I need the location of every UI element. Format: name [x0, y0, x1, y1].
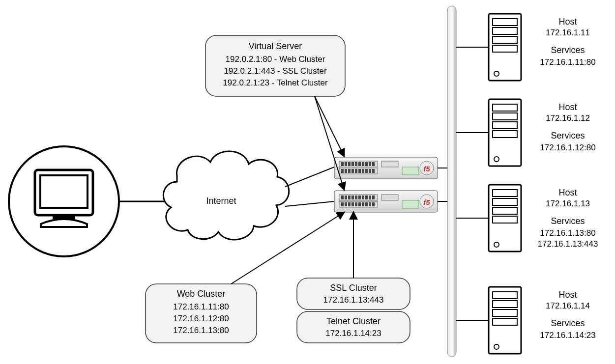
- svg-rect-17: [369, 162, 371, 166]
- svg-rect-9: [341, 162, 344, 166]
- svg-rect-39: [351, 196, 354, 199]
- svg-rect-36: [341, 196, 344, 199]
- svg-rect-2: [40, 175, 88, 208]
- svg-rect-79: [493, 104, 517, 111]
- svg-line-63: [315, 96, 344, 156]
- svg-rect-86: [493, 190, 517, 196]
- svg-rect-41: [358, 196, 361, 199]
- svg-rect-50: [355, 202, 357, 206]
- svg-rect-46: [341, 202, 344, 206]
- svg-rect-72: [493, 19, 517, 26]
- svg-rect-28: [372, 169, 375, 173]
- svg-point-97: [494, 344, 499, 349]
- host-service-line: 172.16.1.12:80: [540, 143, 595, 152]
- svg-rect-15: [362, 162, 364, 166]
- host-label: Host: [558, 188, 577, 197]
- svg-rect-27: [369, 169, 371, 173]
- svg-rect-10: [345, 162, 347, 166]
- web-cluster-title: Web Cluster: [177, 289, 226, 299]
- svg-rect-14: [358, 162, 361, 166]
- svg-rect-23: [355, 169, 357, 173]
- svg-line-4: [285, 167, 334, 187]
- svg-rect-24: [358, 169, 361, 173]
- svg-rect-20: [345, 169, 347, 173]
- svg-rect-54: [369, 202, 371, 206]
- virtual-server-line: 192.0.2.1:443 - SSL Cluster: [224, 66, 327, 76]
- host-label: Host: [558, 290, 577, 300]
- svg-rect-30: [402, 167, 419, 175]
- host-ip: 172.16.1.12: [546, 113, 590, 123]
- svg-rect-57: [402, 200, 419, 208]
- ssl-cluster-line: 172.16.1.13:443: [323, 295, 384, 305]
- server-rail: [447, 6, 456, 357]
- svg-rect-52: [362, 202, 364, 206]
- svg-rect-37: [345, 196, 347, 199]
- host-label: Host: [558, 17, 577, 27]
- host-group: Host172.16.1.13Services172.16.1.13:80172…: [456, 185, 598, 252]
- host-service-line: 172.16.1.13:443: [538, 239, 598, 249]
- svg-rect-19: [341, 169, 344, 173]
- host-group: Host172.16.1.14Services172.16.1.14:23: [456, 287, 596, 354]
- svg-line-5: [285, 201, 334, 206]
- telnet-cluster-title: Telnet Cluster: [326, 316, 381, 326]
- svg-rect-47: [345, 202, 347, 206]
- host-service-line: 172.16.1.14:23: [540, 331, 595, 340]
- svg-rect-16: [365, 162, 368, 166]
- svg-line-64: [315, 96, 344, 190]
- svg-rect-89: [493, 216, 517, 223]
- svg-rect-53: [365, 202, 368, 206]
- svg-text:f5: f5: [423, 165, 430, 173]
- svg-rect-93: [493, 292, 517, 299]
- svg-point-83: [494, 157, 499, 162]
- svg-rect-43: [365, 196, 368, 199]
- svg-rect-22: [351, 169, 354, 173]
- svg-point-90: [494, 242, 499, 247]
- svg-rect-51: [358, 202, 361, 206]
- svg-rect-40: [355, 196, 357, 199]
- web-cluster-line: 172.16.1.13:80: [173, 326, 229, 335]
- svg-rect-73: [493, 28, 517, 34]
- telnet-cluster-line: 172.16.1.14:23: [325, 329, 381, 338]
- host-ip: 172.16.1.14: [546, 301, 590, 310]
- web-cluster-line: 172.16.1.12:80: [173, 314, 229, 323]
- host-ip: 172.16.1.11: [546, 28, 590, 37]
- virtual-server-line: 192.0.2.1:80 - Web Cluster: [226, 55, 325, 64]
- host-label: Host: [558, 102, 577, 112]
- svg-rect-42: [362, 196, 364, 199]
- svg-rect-96: [493, 318, 517, 325]
- web-cluster-line: 172.16.1.11:80: [173, 302, 229, 311]
- host-ip: 172.16.1.13: [546, 199, 590, 208]
- svg-rect-82: [493, 131, 517, 138]
- host-service-line: 172.16.1.11:80: [540, 57, 595, 67]
- host-service-line: 172.16.1.13:80: [540, 228, 595, 238]
- svg-rect-44: [369, 196, 371, 199]
- svg-rect-75: [493, 45, 517, 52]
- svg-rect-13: [355, 162, 357, 166]
- host-group: Host172.16.1.12Services172.16.1.12:80: [456, 99, 596, 166]
- svg-rect-74: [493, 36, 517, 43]
- virtual-server-box: Virtual Server 192.0.2.1:80 - Web Cluste…: [205, 35, 345, 96]
- host-services-label: Services: [551, 318, 585, 328]
- svg-rect-12: [351, 162, 354, 166]
- svg-rect-45: [372, 196, 375, 199]
- svg-rect-26: [365, 169, 368, 173]
- svg-rect-25: [362, 169, 364, 173]
- internet-label: Internet: [206, 196, 236, 206]
- host-group: Host172.16.1.11Services172.16.1.11:80: [456, 14, 596, 81]
- svg-rect-18: [372, 162, 375, 166]
- svg-rect-87: [493, 198, 517, 205]
- virtual-server-title: Virtual Server: [249, 41, 302, 51]
- svg-rect-38: [348, 196, 351, 199]
- svg-rect-48: [348, 202, 351, 206]
- svg-rect-21: [348, 169, 351, 173]
- web-cluster-box: Web Cluster 172.16.1.11:80 172.16.1.12:8…: [146, 284, 257, 343]
- host-services-label: Services: [551, 45, 585, 55]
- virtual-server-line: 192.0.2.1:23 - Telnet Cluster: [223, 78, 328, 87]
- svg-rect-11: [348, 162, 351, 166]
- ssl-cluster-box: SSL Cluster 172.16.1.13:443: [297, 278, 410, 309]
- svg-rect-95: [493, 309, 517, 316]
- host-services-label: Services: [551, 131, 585, 140]
- load-balancer-top: f5: [334, 157, 438, 179]
- svg-rect-80: [493, 113, 517, 120]
- svg-rect-29: [381, 161, 398, 167]
